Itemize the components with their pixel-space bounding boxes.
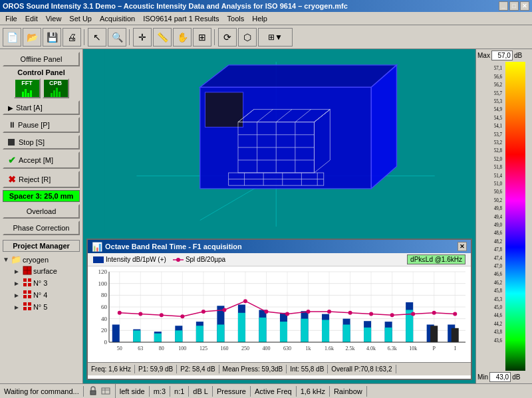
svg-rect-11 — [23, 302, 27, 306]
status-waiting: Waiting for command... — [0, 386, 84, 397]
rotate-btn[interactable]: ⟳ — [218, 28, 237, 47]
new-btn[interactable]: 📄 — [3, 28, 21, 47]
minimize-btn[interactable]: _ — [499, 1, 508, 11]
offline-panel-btn[interactable]: Offline Panel — [3, 52, 80, 66]
pan-btn[interactable]: ✋ — [173, 28, 192, 47]
n5-icon-svg — [23, 302, 32, 311]
menu-iso-results[interactable]: ISO9614 part 1 Results — [139, 13, 223, 24]
menu-help[interactable]: Help — [248, 13, 271, 24]
max-value-input[interactable] — [491, 50, 513, 60]
svg-text:46,6: 46,6 — [494, 272, 503, 277]
status-dbl: dB L — [189, 386, 213, 397]
min-label: Min — [477, 373, 488, 381]
checkmark-icon: ✔ — [8, 155, 16, 165]
zoom-btn[interactable]: 🔍 — [108, 28, 126, 47]
chart-icon: 📊 — [92, 242, 102, 252]
menu-file[interactable]: File — [1, 13, 21, 24]
start-btn[interactable]: ▶ Start [A] — [3, 100, 80, 115]
svg-rect-82 — [102, 388, 110, 394]
legend-intensity: Intensity dB/1pW (+) — [93, 256, 166, 263]
open-btn[interactable]: 📂 — [23, 28, 41, 47]
measure-btn[interactable]: 📏 — [153, 28, 172, 47]
svg-text:45,3: 45,3 — [494, 297, 503, 302]
phase-correction-btn[interactable]: Phase Correction — [3, 221, 80, 235]
svg-text:51,0: 51,0 — [494, 181, 503, 187]
print-btn[interactable]: 🖨 — [63, 28, 81, 47]
view3d-btn[interactable]: ⬡ — [238, 28, 257, 47]
tree-label-n5: N° 5 — [33, 303, 48, 311]
pause-btn[interactable]: ⏸ Pause [P] — [3, 117, 80, 133]
tree-item-cryogen[interactable]: ▼ 📁 cryogen — [3, 254, 80, 265]
cpb-bars-icon — [51, 86, 61, 97]
svg-text:54,5: 54,5 — [494, 116, 503, 121]
crosshair-btn[interactable]: ✛ — [133, 28, 152, 47]
save-btn[interactable]: 💾 — [43, 28, 61, 47]
svg-point-45 — [176, 258, 180, 262]
svg-text:48,6: 48,6 — [494, 231, 503, 236]
svg-marker-21 — [371, 65, 396, 189]
accept-btn[interactable]: ✔ Accept [M] — [3, 151, 80, 169]
separator-3 — [214, 29, 215, 45]
maximize-btn[interactable]: □ — [509, 1, 519, 11]
color-scale-footer: Min dB — [476, 371, 532, 383]
svg-text:54,9: 54,9 — [494, 107, 503, 112]
tree-label-cryogen: cryogen — [23, 256, 49, 264]
close-btn[interactable]: ✕ — [520, 1, 529, 11]
menu-view[interactable]: View — [42, 13, 66, 24]
info-mean: Mean Press: 59,3dB — [219, 365, 287, 373]
svg-text:56,2: 56,2 — [494, 82, 503, 88]
cpb-btn[interactable]: CPB — [43, 78, 69, 98]
tree-item-n3[interactable]: ► N° 3 — [3, 277, 80, 289]
menu-bar: File Edit View Set Up Acquisition ISO961… — [0, 12, 532, 25]
main-layout: Offline Panel Control Panel FFT CPB — [0, 49, 532, 383]
tree-item-n4[interactable]: ► N° 4 — [3, 289, 80, 301]
left-panel: Offline Panel Control Panel FFT CPB — [0, 49, 83, 383]
fft-btn[interactable]: FFT — [14, 78, 41, 98]
expand-icon-cryogen: ▼ — [3, 256, 9, 263]
svg-text:47,8: 47,8 — [494, 247, 503, 252]
svg-text:54,1: 54,1 — [494, 124, 503, 129]
cursor-btn[interactable]: ↖ — [88, 28, 106, 47]
viz-3d[interactable] — [83, 49, 475, 233]
svg-text:53,7: 53,7 — [494, 132, 503, 138]
svg-text:50,6: 50,6 — [494, 189, 503, 195]
right-panel: Max dB — [475, 49, 532, 383]
chart-info-bar: Freq: 1,6 kHz P1: 59,9 dB P2: 58,4 dB Me… — [88, 362, 471, 375]
chart-title: Octave Band Real Time - F1 acquisition — [105, 243, 242, 250]
stop-btn[interactable]: Stop [S] — [3, 135, 80, 149]
grid-icon-n5 — [23, 302, 32, 312]
chart-area[interactable] — [88, 266, 471, 362]
menu-edit[interactable]: Edit — [21, 13, 42, 24]
spacer-display: Spacer 3: 25,0 mm — [3, 190, 80, 202]
chart-legend: Intensity dB/1pW (+) Spl dB/20µpa dPk≤Ld… — [88, 253, 471, 266]
app-title: OROS Sound Intensity 3.1 Demo – Acoustic… — [3, 2, 348, 10]
svg-rect-9 — [23, 295, 27, 298]
bar1 — [22, 92, 24, 97]
overload-btn[interactable]: Overload — [3, 204, 80, 219]
folder-icon-surface — [23, 266, 32, 276]
svg-text:43,8: 43,8 — [494, 330, 503, 335]
fft-label: FFT — [21, 80, 33, 86]
menu-setup[interactable]: Set Up — [65, 13, 96, 24]
bar-chart-canvas[interactable] — [88, 266, 471, 362]
menu-tools[interactable]: Tools — [223, 13, 249, 24]
settings-btn[interactable]: ⊞▼ — [258, 28, 293, 47]
title-bar: OROS Sound Intensity 3.1 Demo – Acoustic… — [0, 0, 532, 12]
play-icon: ▶ — [8, 104, 13, 112]
min-value-input[interactable] — [489, 372, 511, 382]
grid-icon-n3 — [23, 278, 32, 288]
status-freq-1k6: 1,6 kHz — [297, 386, 330, 397]
tree-item-surface[interactable]: ► surface — [3, 265, 80, 277]
reject-btn[interactable]: ✖ Reject [R] — [3, 171, 80, 188]
tree-label-n3: N° 3 — [33, 279, 48, 287]
status-left-side: left side — [116, 386, 150, 397]
info-p1: P1: 59,9 dB — [135, 365, 177, 373]
grid-btn[interactable]: ⊞ — [193, 28, 211, 47]
svg-rect-8 — [28, 290, 31, 294]
tree-item-n5[interactable]: ► N° 5 — [3, 301, 80, 313]
chart-close-btn[interactable]: ✕ — [458, 242, 467, 251]
color-scale-bar: 57,1 56,6 56,2 55,7 55,3 54,9 54,5 54,1 … — [479, 62, 529, 371]
menu-acquisition[interactable]: Acquisition — [96, 13, 139, 24]
svg-text:47,0: 47,0 — [494, 264, 503, 269]
status-active-freq: Active Freq — [251, 386, 297, 397]
